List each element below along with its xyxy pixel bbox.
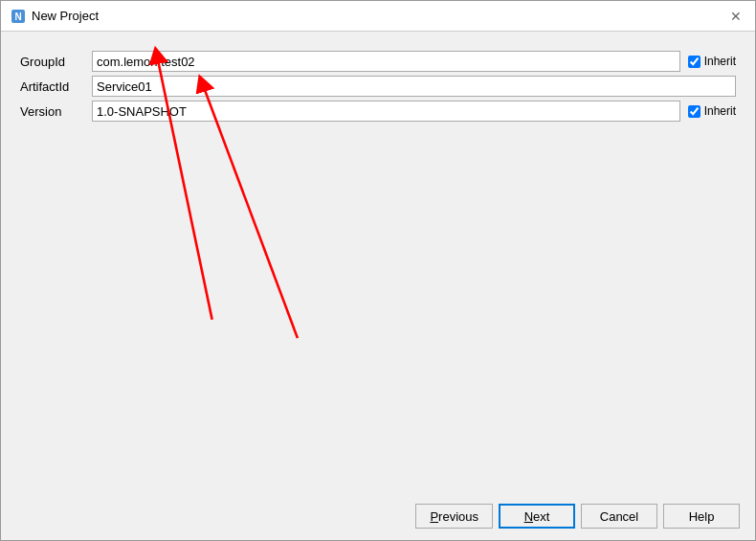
next-underline: Next bbox=[524, 509, 550, 524]
previous-underline: Previous bbox=[430, 509, 478, 524]
version-label: Version bbox=[20, 104, 92, 119]
artifactid-row: ArtifactId bbox=[20, 76, 736, 97]
version-inherit-checkbox[interactable] bbox=[688, 105, 700, 118]
groupid-input[interactable] bbox=[92, 51, 680, 72]
close-button[interactable]: ✕ bbox=[726, 7, 745, 26]
title-bar: N New Project ✕ bbox=[1, 1, 755, 32]
title-bar-left: N New Project bbox=[11, 9, 99, 24]
window-title: New Project bbox=[32, 9, 99, 23]
previous-button[interactable]: Previous bbox=[415, 504, 493, 529]
groupid-row: GroupId Inherit bbox=[20, 51, 736, 72]
help-button[interactable]: Help bbox=[663, 504, 740, 529]
previous-label-text: revious bbox=[438, 509, 478, 524]
groupid-label: GroupId bbox=[20, 55, 92, 69]
content-area: GroupId Inherit ArtifactId Version Inher… bbox=[1, 32, 755, 496]
next-button[interactable]: Next bbox=[499, 504, 575, 529]
groupid-inherit-checkbox[interactable] bbox=[688, 56, 700, 68]
version-inherit-label: Inherit bbox=[704, 104, 736, 118]
version-inherit-checkbox-container: Inherit bbox=[688, 104, 736, 118]
svg-text:N: N bbox=[14, 11, 21, 22]
new-project-window: N New Project ✕ GroupId Inherit Artifact… bbox=[0, 0, 756, 541]
groupid-inherit-checkbox-container: Inherit bbox=[688, 55, 736, 68]
artifactid-label: ArtifactId bbox=[20, 79, 92, 94]
next-label-text: ext bbox=[533, 509, 549, 524]
cancel-button[interactable]: Cancel bbox=[581, 504, 657, 529]
window-icon: N bbox=[11, 9, 26, 24]
footer: Previous Next Cancel Help bbox=[1, 496, 755, 540]
version-input[interactable] bbox=[92, 101, 680, 122]
form-area: GroupId Inherit ArtifactId Version Inher… bbox=[20, 51, 736, 125]
artifactid-input[interactable] bbox=[92, 76, 736, 97]
version-row: Version Inherit bbox=[20, 101, 736, 122]
groupid-inherit-label: Inherit bbox=[704, 55, 736, 68]
